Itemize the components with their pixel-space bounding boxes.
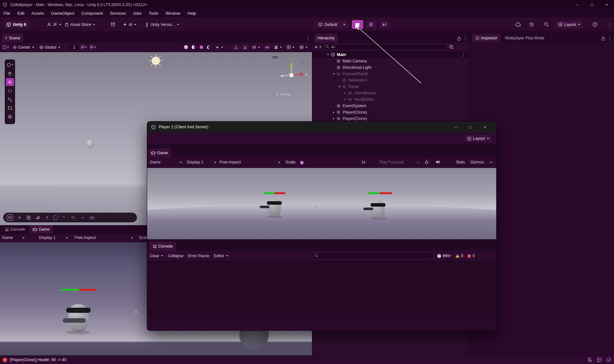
hierarchy-item-hostbutton[interactable]: HostButton <box>312 96 470 103</box>
hierarchy-item-panel[interactable]: Panel <box>312 83 470 90</box>
hierarchy-item-networkui[interactable]: NetworkUI <box>312 77 470 83</box>
lock-icon[interactable] <box>457 36 461 41</box>
space-dropdown[interactable]: Global <box>37 44 62 51</box>
display-target-dropdown[interactable]: Game <box>150 160 161 164</box>
console-error-filter[interactable]: 0 <box>467 254 475 258</box>
rect-tool[interactable] <box>6 104 14 112</box>
hierarchy-item-eventsystem[interactable]: EventSystem <box>312 103 470 109</box>
tab-inspector[interactable]: Inspector <box>472 34 500 42</box>
particles-overlay-icon[interactable]: * <box>61 214 67 221</box>
menu-services[interactable]: Services <box>107 11 130 16</box>
scene-lighting-toggle[interactable] <box>190 44 197 51</box>
camera-overlay-icon[interactable] <box>89 214 95 221</box>
projection-toggle[interactable]: Persp <box>277 92 291 97</box>
console-collapse-button[interactable]: Collapse <box>168 254 184 258</box>
archive-icon-button[interactable] <box>109 20 117 29</box>
directional-light-gizmo[interactable] <box>146 52 166 70</box>
player2-minimize[interactable]: – <box>448 122 463 132</box>
tab-console-bottom[interactable]: Console <box>2 225 28 233</box>
console-error-pause-button[interactable]: Error Pause <box>188 254 210 258</box>
cloud-button[interactable] <box>513 20 523 29</box>
hierarchy-item-main[interactable]: Main ⋮ <box>312 51 470 58</box>
toolbar-more-menu[interactable]: ⋮ <box>605 20 614 29</box>
menu-tools[interactable]: Tools <box>145 11 162 16</box>
tab-multiplayer-play-mode[interactable]: Multiplayer Play Mode <box>502 34 547 42</box>
snap-increment-toggle[interactable] <box>89 44 97 51</box>
pivot-dropdown[interactable]: Center <box>11 44 36 51</box>
aspect-dropdown[interactable]: Free Aspect <box>219 160 241 164</box>
gizmos-overlay-toggle[interactable] <box>7 214 13 221</box>
menu-help[interactable]: Help <box>184 11 200 16</box>
close-button[interactable]: × <box>599 0 614 9</box>
notifications-muted-icon[interactable] <box>587 357 592 362</box>
status-message[interactable]: [Player(Clone)] Health: 50 -> 40 <box>10 358 66 362</box>
mute-audio-icon[interactable] <box>435 160 440 164</box>
menu-assets[interactable]: Assets <box>28 11 47 16</box>
display-target-dropdown[interactable]: Game <box>2 235 13 240</box>
play-mode-dropdown[interactable]: Default <box>315 20 348 29</box>
scene-view-visibility-toggle[interactable] <box>263 44 271 51</box>
menu-component[interactable]: Component <box>78 11 106 16</box>
history-button[interactable] <box>527 20 536 29</box>
inspector-menu[interactable]: ⋮ <box>608 36 612 41</box>
asset-store-dropdown[interactable]: Asset Store <box>63 20 97 29</box>
hierarchy-menu[interactable]: ⋮ <box>463 36 468 41</box>
display-dropdown[interactable]: Display 1 <box>187 160 203 164</box>
hand-tool[interactable] <box>6 69 14 77</box>
scene-audio-toggle[interactable] <box>198 44 204 51</box>
player2-layout-dropdown[interactable]: Layout <box>464 135 492 143</box>
scene-fx-toggle[interactable] <box>206 44 212 51</box>
player2-titlebar[interactable]: Player 2 (Client And Server) – □ × <box>147 122 496 132</box>
help-button[interactable]: ? <box>591 20 599 29</box>
scene-camera-toggle[interactable] <box>183 44 189 51</box>
tab-hierarchy[interactable]: Hierarchy <box>314 34 338 42</box>
transform-tool[interactable] <box>6 113 14 121</box>
maximize-button[interactable]: □ <box>585 0 599 9</box>
menu-file[interactable]: File <box>0 11 14 16</box>
component-filter-dropdown[interactable] <box>272 44 284 51</box>
scene-overlay-dropdown[interactable] <box>298 44 309 51</box>
console-info-filter[interactable]: 999+ <box>437 254 451 258</box>
step-button[interactable] <box>379 20 390 29</box>
hierarchy-item-main-camera[interactable]: Main Camera <box>312 58 470 64</box>
scene-visibility-dropdown[interactable] <box>213 44 225 51</box>
grid-snap-toggle[interactable] <box>80 44 88 51</box>
account-dropdown[interactable]: JF <box>45 20 63 29</box>
gizmos-dropdown[interactable]: Gizmos <box>470 160 484 164</box>
cache-server-icon[interactable] <box>597 357 602 362</box>
player2-close[interactable]: × <box>478 122 492 132</box>
layers-dropdown[interactable] <box>250 44 262 51</box>
hierarchy-search-input[interactable]: All <box>323 44 447 50</box>
stats-toggle[interactable]: Stats <box>456 160 465 164</box>
console-clear-dropdown[interactable]: Clear <box>150 254 163 258</box>
view-tool-dropdown[interactable] <box>6 61 14 69</box>
player2-tab-game[interactable]: Game <box>148 148 171 157</box>
unity-version-dropdown[interactable]: Unity Versio... <box>143 20 181 29</box>
lock-icon[interactable] <box>602 36 605 41</box>
gizmo-lock-icon[interactable] <box>301 60 305 66</box>
player2-console-log-area[interactable] <box>147 261 496 331</box>
console-warning-filter[interactable]: 0 <box>455 254 463 258</box>
tool-settings-dropdown[interactable] <box>2 44 10 51</box>
menu-jobs[interactable]: Jobs <box>129 11 145 16</box>
tab-scene[interactable]: # Scene <box>2 34 23 42</box>
layout-dropdown[interactable]: Layout <box>555 20 583 29</box>
player2-game-viewport[interactable] <box>147 168 496 239</box>
orbit-overlay-icon[interactable] <box>53 215 58 220</box>
hierarchy-item-clientbutton[interactable]: ClientButton <box>312 90 470 96</box>
hierarchy-item-player-clone-2[interactable]: Player(Clone) <box>312 115 470 122</box>
menu-edit[interactable]: Edit <box>14 11 28 16</box>
player2-tab-console[interactable]: Console <box>150 242 176 251</box>
console-search-input[interactable] <box>312 253 433 259</box>
grid-visibility-dropdown[interactable] <box>285 44 296 51</box>
scale-tool[interactable] <box>6 95 14 103</box>
move-tool[interactable] <box>6 78 14 86</box>
picker-icon[interactable] <box>449 45 453 49</box>
scene-options-menu[interactable]: ⋮ <box>461 52 466 57</box>
player2-maximize[interactable]: □ <box>463 122 478 132</box>
hierarchy-item-player-clone-1[interactable]: Player(Clone) <box>312 109 470 115</box>
pause-button[interactable] <box>365 20 377 29</box>
menu-gameobject[interactable]: GameObject <box>47 11 78 16</box>
snap-value-field[interactable]: 1 <box>69 44 79 51</box>
rotate-tool[interactable] <box>6 87 14 95</box>
